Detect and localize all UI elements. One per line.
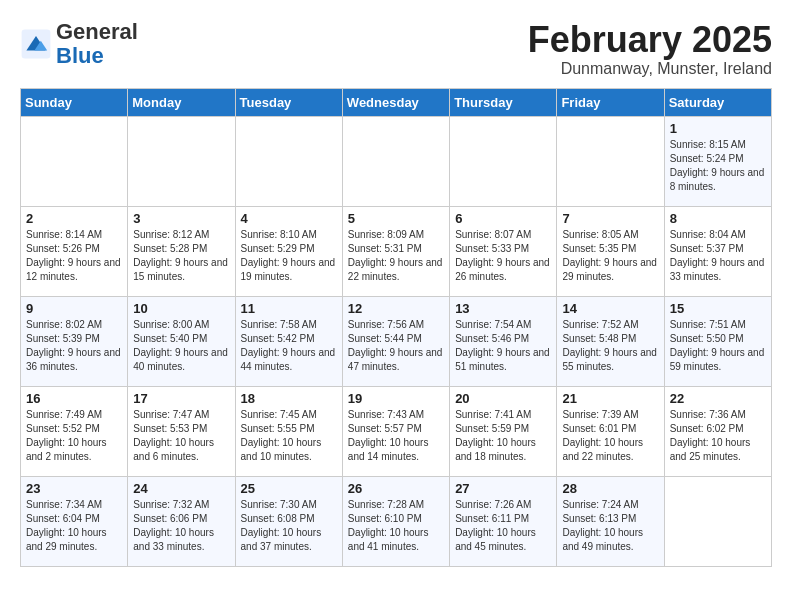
day-number: 25 (241, 481, 337, 496)
calendar-cell: 13Sunrise: 7:54 AM Sunset: 5:46 PM Dayli… (450, 296, 557, 386)
day-info: Sunrise: 7:28 AM Sunset: 6:10 PM Dayligh… (348, 498, 444, 554)
day-number: 1 (670, 121, 766, 136)
day-info: Sunrise: 7:41 AM Sunset: 5:59 PM Dayligh… (455, 408, 551, 464)
calendar-week-5: 23Sunrise: 7:34 AM Sunset: 6:04 PM Dayli… (21, 476, 772, 566)
day-info: Sunrise: 8:15 AM Sunset: 5:24 PM Dayligh… (670, 138, 766, 194)
calendar-cell: 5Sunrise: 8:09 AM Sunset: 5:31 PM Daylig… (342, 206, 449, 296)
month-title: February 2025 (528, 20, 772, 60)
day-number: 24 (133, 481, 229, 496)
day-number: 28 (562, 481, 658, 496)
day-info: Sunrise: 8:12 AM Sunset: 5:28 PM Dayligh… (133, 228, 229, 284)
calendar-cell: 3Sunrise: 8:12 AM Sunset: 5:28 PM Daylig… (128, 206, 235, 296)
day-number: 12 (348, 301, 444, 316)
calendar-week-3: 9Sunrise: 8:02 AM Sunset: 5:39 PM Daylig… (21, 296, 772, 386)
day-number: 17 (133, 391, 229, 406)
calendar-cell (342, 116, 449, 206)
calendar-cell: 22Sunrise: 7:36 AM Sunset: 6:02 PM Dayli… (664, 386, 771, 476)
day-number: 3 (133, 211, 229, 226)
calendar-week-4: 16Sunrise: 7:49 AM Sunset: 5:52 PM Dayli… (21, 386, 772, 476)
day-number: 16 (26, 391, 122, 406)
day-number: 4 (241, 211, 337, 226)
day-info: Sunrise: 7:36 AM Sunset: 6:02 PM Dayligh… (670, 408, 766, 464)
calendar-cell: 27Sunrise: 7:26 AM Sunset: 6:11 PM Dayli… (450, 476, 557, 566)
calendar-cell (21, 116, 128, 206)
day-number: 13 (455, 301, 551, 316)
day-header-tuesday: Tuesday (235, 88, 342, 116)
day-header-friday: Friday (557, 88, 664, 116)
day-number: 9 (26, 301, 122, 316)
day-number: 8 (670, 211, 766, 226)
calendar-cell: 11Sunrise: 7:58 AM Sunset: 5:42 PM Dayli… (235, 296, 342, 386)
calendar-cell (235, 116, 342, 206)
day-info: Sunrise: 7:47 AM Sunset: 5:53 PM Dayligh… (133, 408, 229, 464)
page-header: General Blue February 2025 Dunmanway, Mu… (20, 20, 772, 78)
day-number: 10 (133, 301, 229, 316)
calendar-cell: 7Sunrise: 8:05 AM Sunset: 5:35 PM Daylig… (557, 206, 664, 296)
calendar-cell (664, 476, 771, 566)
calendar-cell: 21Sunrise: 7:39 AM Sunset: 6:01 PM Dayli… (557, 386, 664, 476)
calendar-cell: 18Sunrise: 7:45 AM Sunset: 5:55 PM Dayli… (235, 386, 342, 476)
day-info: Sunrise: 7:56 AM Sunset: 5:44 PM Dayligh… (348, 318, 444, 374)
calendar-cell: 6Sunrise: 8:07 AM Sunset: 5:33 PM Daylig… (450, 206, 557, 296)
day-info: Sunrise: 7:45 AM Sunset: 5:55 PM Dayligh… (241, 408, 337, 464)
location: Dunmanway, Munster, Ireland (528, 60, 772, 78)
day-info: Sunrise: 7:49 AM Sunset: 5:52 PM Dayligh… (26, 408, 122, 464)
day-info: Sunrise: 7:30 AM Sunset: 6:08 PM Dayligh… (241, 498, 337, 554)
logo: General Blue (20, 20, 138, 68)
calendar-cell: 4Sunrise: 8:10 AM Sunset: 5:29 PM Daylig… (235, 206, 342, 296)
calendar-cell (557, 116, 664, 206)
day-info: Sunrise: 8:05 AM Sunset: 5:35 PM Dayligh… (562, 228, 658, 284)
day-info: Sunrise: 7:51 AM Sunset: 5:50 PM Dayligh… (670, 318, 766, 374)
title-block: February 2025 Dunmanway, Munster, Irelan… (528, 20, 772, 78)
day-header-thursday: Thursday (450, 88, 557, 116)
day-info: Sunrise: 7:52 AM Sunset: 5:48 PM Dayligh… (562, 318, 658, 374)
calendar-cell: 23Sunrise: 7:34 AM Sunset: 6:04 PM Dayli… (21, 476, 128, 566)
day-info: Sunrise: 8:09 AM Sunset: 5:31 PM Dayligh… (348, 228, 444, 284)
day-info: Sunrise: 7:39 AM Sunset: 6:01 PM Dayligh… (562, 408, 658, 464)
day-number: 18 (241, 391, 337, 406)
day-info: Sunrise: 7:34 AM Sunset: 6:04 PM Dayligh… (26, 498, 122, 554)
day-header-wednesday: Wednesday (342, 88, 449, 116)
day-number: 2 (26, 211, 122, 226)
day-header-saturday: Saturday (664, 88, 771, 116)
calendar-cell: 9Sunrise: 8:02 AM Sunset: 5:39 PM Daylig… (21, 296, 128, 386)
day-info: Sunrise: 8:14 AM Sunset: 5:26 PM Dayligh… (26, 228, 122, 284)
calendar-cell: 15Sunrise: 7:51 AM Sunset: 5:50 PM Dayli… (664, 296, 771, 386)
day-info: Sunrise: 8:04 AM Sunset: 5:37 PM Dayligh… (670, 228, 766, 284)
day-info: Sunrise: 7:26 AM Sunset: 6:11 PM Dayligh… (455, 498, 551, 554)
calendar-header-row: SundayMondayTuesdayWednesdayThursdayFrid… (21, 88, 772, 116)
day-number: 27 (455, 481, 551, 496)
day-info: Sunrise: 8:07 AM Sunset: 5:33 PM Dayligh… (455, 228, 551, 284)
day-number: 23 (26, 481, 122, 496)
logo-blue-text: Blue (56, 43, 104, 68)
day-header-monday: Monday (128, 88, 235, 116)
calendar-cell (450, 116, 557, 206)
calendar-cell: 1Sunrise: 8:15 AM Sunset: 5:24 PM Daylig… (664, 116, 771, 206)
calendar-cell: 17Sunrise: 7:47 AM Sunset: 5:53 PM Dayli… (128, 386, 235, 476)
day-info: Sunrise: 7:24 AM Sunset: 6:13 PM Dayligh… (562, 498, 658, 554)
day-number: 19 (348, 391, 444, 406)
calendar-cell: 10Sunrise: 8:00 AM Sunset: 5:40 PM Dayli… (128, 296, 235, 386)
day-header-sunday: Sunday (21, 88, 128, 116)
day-number: 6 (455, 211, 551, 226)
calendar-cell: 16Sunrise: 7:49 AM Sunset: 5:52 PM Dayli… (21, 386, 128, 476)
day-info: Sunrise: 7:43 AM Sunset: 5:57 PM Dayligh… (348, 408, 444, 464)
calendar-cell: 24Sunrise: 7:32 AM Sunset: 6:06 PM Dayli… (128, 476, 235, 566)
day-number: 5 (348, 211, 444, 226)
calendar-cell: 14Sunrise: 7:52 AM Sunset: 5:48 PM Dayli… (557, 296, 664, 386)
calendar-week-2: 2Sunrise: 8:14 AM Sunset: 5:26 PM Daylig… (21, 206, 772, 296)
day-number: 21 (562, 391, 658, 406)
day-info: Sunrise: 8:10 AM Sunset: 5:29 PM Dayligh… (241, 228, 337, 284)
calendar-cell: 26Sunrise: 7:28 AM Sunset: 6:10 PM Dayli… (342, 476, 449, 566)
logo-general-text: General (56, 19, 138, 44)
calendar-cell: 28Sunrise: 7:24 AM Sunset: 6:13 PM Dayli… (557, 476, 664, 566)
logo-icon (20, 28, 52, 60)
calendar-cell: 25Sunrise: 7:30 AM Sunset: 6:08 PM Dayli… (235, 476, 342, 566)
day-info: Sunrise: 7:32 AM Sunset: 6:06 PM Dayligh… (133, 498, 229, 554)
calendar-cell: 8Sunrise: 8:04 AM Sunset: 5:37 PM Daylig… (664, 206, 771, 296)
day-info: Sunrise: 8:00 AM Sunset: 5:40 PM Dayligh… (133, 318, 229, 374)
calendar-cell (128, 116, 235, 206)
day-number: 14 (562, 301, 658, 316)
day-number: 22 (670, 391, 766, 406)
calendar-table: SundayMondayTuesdayWednesdayThursdayFrid… (20, 88, 772, 567)
